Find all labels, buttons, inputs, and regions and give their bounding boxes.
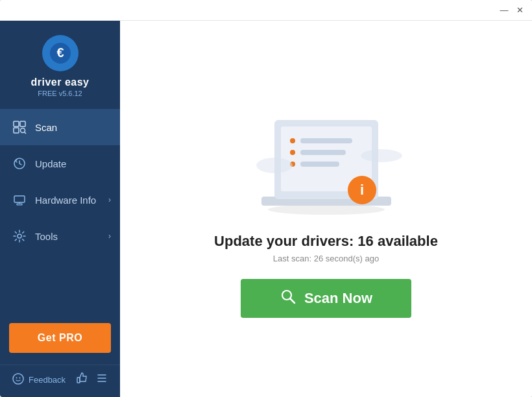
svg-point-23 <box>290 138 295 143</box>
footer-icons <box>76 372 108 388</box>
svg-point-11 <box>18 234 21 238</box>
logo-text: driver easy <box>30 77 89 88</box>
main-layout: € driver easy FREE v5.6.12 <box>0 21 532 397</box>
sidebar-item-hardware-info-label: Hardware Info <box>35 195 96 206</box>
feedback-icon <box>12 372 25 387</box>
scan-icon <box>12 119 27 135</box>
sidebar-nav: Scan Update <box>0 109 120 315</box>
sidebar-logo: € driver easy FREE v5.6.12 <box>0 21 120 109</box>
sidebar-item-update-label: Update <box>35 158 66 169</box>
logo-version: FREE v5.6.12 <box>38 90 82 97</box>
svg-line-6 <box>25 132 27 134</box>
feedback-label: Feedback <box>29 375 66 385</box>
sidebar: € driver easy FREE v5.6.12 <box>0 21 120 397</box>
svg-point-13 <box>16 378 18 379</box>
svg-point-12 <box>13 374 23 384</box>
laptop-illustration: i <box>242 101 411 217</box>
hardware-info-arrow: › <box>108 195 111 204</box>
svg-point-5 <box>21 128 25 133</box>
svg-rect-26 <box>300 150 346 155</box>
hardware-icon <box>12 192 27 208</box>
svg-point-31 <box>256 158 293 173</box>
svg-rect-4 <box>14 128 19 133</box>
last-scan-text: Last scan: 26 second(s) ago <box>273 254 379 263</box>
sidebar-item-hardware-info[interactable]: Hardware Info › <box>0 182 120 218</box>
svg-rect-28 <box>300 162 339 167</box>
scan-now-label: Scan Now <box>304 290 372 307</box>
svg-text:i: i <box>359 182 363 198</box>
main-content: i Update your drivers: 16 available Last… <box>120 21 532 397</box>
sidebar-item-tools-label: Tools <box>35 231 58 242</box>
scan-now-icon <box>280 288 296 309</box>
svg-rect-3 <box>20 121 25 126</box>
sidebar-footer: Feedback <box>0 365 120 397</box>
logo-svg: € <box>49 42 72 65</box>
sidebar-item-update[interactable]: Update <box>0 145 120 182</box>
list-icon[interactable] <box>95 372 108 388</box>
feedback-item[interactable]: Feedback <box>12 372 66 387</box>
sidebar-item-scan[interactable]: Scan <box>0 109 120 145</box>
svg-text:€: € <box>56 45 64 60</box>
illustration: i <box>242 101 411 217</box>
svg-point-19 <box>268 204 385 215</box>
svg-rect-9 <box>17 204 22 205</box>
minimize-button[interactable]: — <box>498 5 510 16</box>
svg-rect-24 <box>300 138 352 143</box>
update-icon <box>12 156 27 171</box>
svg-rect-8 <box>14 196 25 202</box>
app-window: — ✕ € driver easy FREE v5.6.12 <box>0 0 532 397</box>
svg-point-14 <box>19 378 21 379</box>
svg-rect-2 <box>14 121 19 126</box>
thumbup-icon[interactable] <box>76 372 89 388</box>
scan-now-button[interactable]: Scan Now <box>241 279 411 318</box>
tools-icon <box>12 228 27 244</box>
main-title: Update your drivers: 16 available <box>214 233 438 250</box>
tools-arrow: › <box>108 232 111 241</box>
logo-icon: € <box>42 35 79 71</box>
svg-point-25 <box>290 150 295 155</box>
sidebar-item-scan-label: Scan <box>35 122 57 133</box>
sidebar-item-tools[interactable]: Tools › <box>0 218 120 254</box>
close-button[interactable]: ✕ <box>514 5 526 16</box>
svg-rect-15 <box>77 378 80 383</box>
titlebar: — ✕ <box>0 0 532 21</box>
get-pro-button[interactable]: Get PRO <box>9 323 111 353</box>
svg-line-34 <box>290 298 295 303</box>
svg-point-32 <box>361 149 402 162</box>
